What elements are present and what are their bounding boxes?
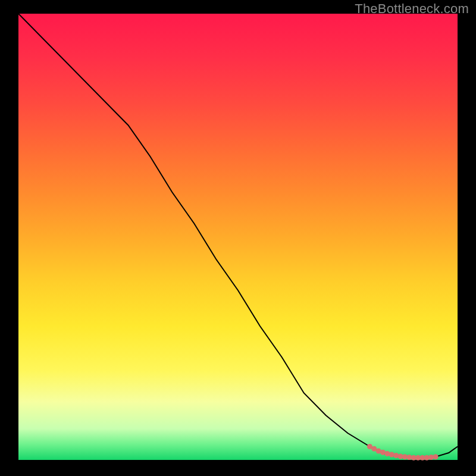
bottleneck-chart [0, 0, 476, 476]
watermark-text: TheBottleneck.com [355, 1, 469, 17]
highlight-dot [384, 451, 390, 456]
highlight-dot [393, 453, 399, 458]
highlight-dot [433, 454, 439, 459]
highlight-dot [389, 452, 394, 458]
